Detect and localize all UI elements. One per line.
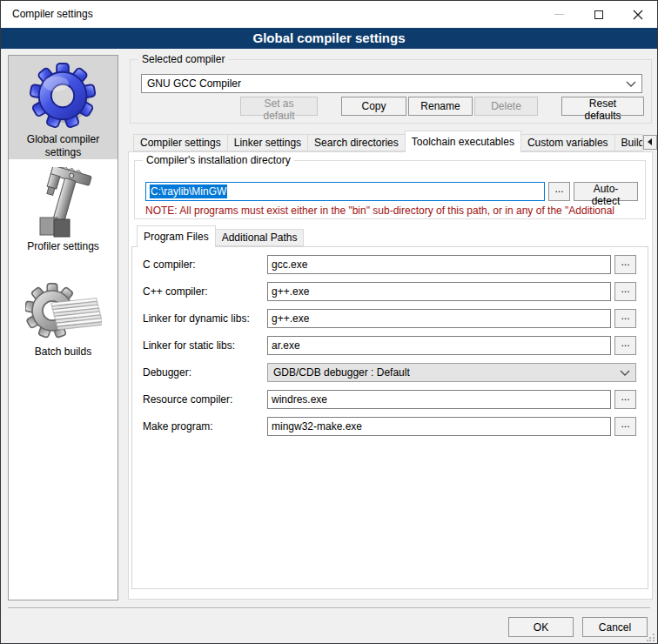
field-label: C++ compiler: [143, 285, 267, 298]
tab-compiler-settings[interactable]: Compiler settings [133, 134, 228, 151]
footer-buttons: OK Cancel [508, 617, 648, 637]
field-label: Linker for dynamic libs: [143, 312, 267, 325]
settings-tabstrip: Compiler settings Linker settings Search… [128, 132, 653, 151]
settings-notebook: Compiler settings Linker settings Search… [128, 132, 653, 600]
static-linker-value: ar.exe [272, 339, 300, 352]
resource-compiler-browse-button[interactable]: ... [614, 390, 636, 409]
programs-tabstrip: Program Files Additional Paths [131, 227, 648, 246]
close-button[interactable] [618, 1, 657, 28]
selected-compiler-group-label: Selected compiler [138, 53, 228, 66]
sidebar-item-label: Batch builds [9, 344, 118, 364]
field-label: Linker for static libs: [143, 339, 267, 352]
gear-blue-icon [28, 60, 99, 131]
resource-compiler-value: windres.exe [272, 393, 327, 406]
dynamic-linker-browse-button[interactable]: ... [614, 309, 636, 328]
maximize-icon [594, 10, 603, 19]
make-program-value: mingw32-make.exe [272, 420, 362, 433]
compiler-select-value: GNU GCC Compiler [147, 77, 626, 90]
chevron-down-icon [626, 81, 636, 87]
caption-buttons [540, 1, 657, 28]
main-content: Selected compiler GNU GCC Compiler Set a… [127, 49, 654, 600]
debugger-select-value: GDB/CDB debugger : Default [273, 366, 620, 379]
c-compiler-value: gcc.exe [272, 258, 307, 271]
resource-compiler-input[interactable]: windres.exe [267, 390, 611, 409]
install-dir-selected-text: C:\raylib\MinGW [150, 184, 227, 198]
make-program-input[interactable]: mingw32-make.exe [267, 417, 611, 436]
sidebar-item-profiler-settings[interactable]: Profiler settings [9, 167, 118, 258]
field-row-c-compiler: C compiler: gcc.exe ... [143, 255, 636, 274]
gear-stack-icon [25, 279, 102, 344]
sidebar-item-label: Global compiler settings [9, 131, 118, 164]
settings-category-list: Global compiler settings [8, 55, 118, 600]
sidebar-item-batch-builds[interactable]: Batch builds [9, 279, 118, 364]
tab-build-options[interactable]: Build options [614, 134, 643, 151]
install-dir-group-label: Compiler's installation directory [143, 154, 294, 167]
field-row-dynamic-linker: Linker for dynamic libs: g++.exe ... [143, 309, 636, 328]
field-row-cpp-compiler: C++ compiler: g++.exe ... [143, 282, 636, 301]
compiler-actions: Set as default Copy Rename Delete Reset … [131, 97, 651, 116]
selected-compiler-group: Selected compiler GNU GCC Compiler Set a… [130, 59, 652, 124]
field-row-debugger: Debugger: GDB/CDB debugger : Default [143, 363, 636, 382]
maximize-button[interactable] [579, 1, 618, 28]
field-row-resource-compiler: Resource compiler: windres.exe ... [143, 390, 636, 409]
tab-scroll-left-button[interactable] [643, 135, 657, 150]
minimize-button[interactable] [540, 1, 579, 28]
field-label: Resource compiler: [143, 393, 267, 406]
make-program-browse-button[interactable]: ... [614, 417, 636, 436]
static-linker-input[interactable]: ar.exe [267, 336, 611, 355]
close-icon [633, 10, 643, 20]
copy-button[interactable]: Copy [341, 97, 406, 116]
tab-additional-paths[interactable]: Additional Paths [215, 229, 305, 246]
toolchain-executables-page: Compiler's installation directory C:\ray… [128, 151, 653, 600]
cpp-compiler-input[interactable]: g++.exe [267, 282, 611, 301]
resize-grip[interactable] [647, 633, 655, 641]
tab-linker-settings[interactable]: Linker settings [227, 134, 308, 151]
field-label: Make program: [143, 420, 267, 433]
c-compiler-browse-button[interactable]: ... [614, 255, 636, 274]
compiler-select[interactable]: GNU GCC Compiler [141, 74, 642, 93]
titlebar: Compiler settings [1, 1, 657, 28]
auto-detect-button[interactable]: Auto-detect [574, 182, 638, 201]
sidebar-item-label: Profiler settings [9, 238, 118, 258]
install-dir-group: Compiler's installation directory C:\ray… [134, 160, 646, 219]
chevron-down-icon [620, 370, 630, 376]
rename-button[interactable]: Rename [408, 97, 473, 116]
static-linker-browse-button[interactable]: ... [614, 336, 636, 355]
c-compiler-input[interactable]: gcc.exe [267, 255, 611, 274]
programs-notebook: Program Files Additional Paths C compile… [131, 227, 648, 589]
install-dir-input[interactable]: C:\raylib\MinGW [145, 182, 545, 201]
debugger-select[interactable]: GDB/CDB debugger : Default [267, 363, 636, 382]
field-label: C compiler: [143, 258, 267, 271]
tab-toolchain-executables[interactable]: Toolchain executables [405, 131, 521, 152]
dynamic-linker-value: g++.exe [272, 312, 309, 325]
tab-scroll-buttons [643, 135, 658, 150]
tab-program-files[interactable]: Program Files [137, 225, 216, 247]
install-dir-note: NOTE: All programs must exist either in … [145, 205, 636, 217]
tab-custom-variables[interactable]: Custom variables [520, 134, 615, 151]
footer-separator [8, 607, 650, 609]
window-title: Compiler settings [12, 1, 93, 28]
compiler-settings-dialog: Compiler settings Global compiler settin… [0, 0, 658, 644]
install-dir-row: C:\raylib\MinGW ... Auto-detect [145, 182, 638, 201]
triangle-left-icon [647, 138, 654, 145]
field-row-static-linker: Linker for static libs: ar.exe ... [143, 336, 636, 355]
sidebar-item-global-compiler-settings[interactable]: Global compiler settings [9, 56, 118, 159]
set-as-default-button[interactable]: Set as default [240, 97, 318, 116]
dynamic-linker-input[interactable]: g++.exe [267, 309, 611, 328]
program-files-page: C compiler: gcc.exe ... C++ compiler: g+… [131, 246, 648, 589]
dialog-banner: Global compiler settings [1, 28, 657, 49]
minimize-icon [554, 14, 564, 15]
caliper-icon [35, 167, 92, 238]
ok-button[interactable]: OK [508, 617, 574, 637]
cpp-compiler-browse-button[interactable]: ... [614, 282, 636, 301]
field-row-make-program: Make program: mingw32-make.exe ... [143, 417, 636, 436]
dialog-body: Global compiler settings [1, 49, 657, 643]
tab-search-directories[interactable]: Search directories [307, 134, 406, 151]
field-label: Debugger: [143, 366, 267, 379]
reset-defaults-button[interactable]: Reset defaults [561, 97, 644, 116]
cancel-button[interactable]: Cancel [582, 617, 648, 637]
cpp-compiler-value: g++.exe [272, 285, 309, 298]
install-dir-browse-button[interactable]: ... [548, 182, 570, 201]
delete-button[interactable]: Delete [474, 97, 538, 116]
